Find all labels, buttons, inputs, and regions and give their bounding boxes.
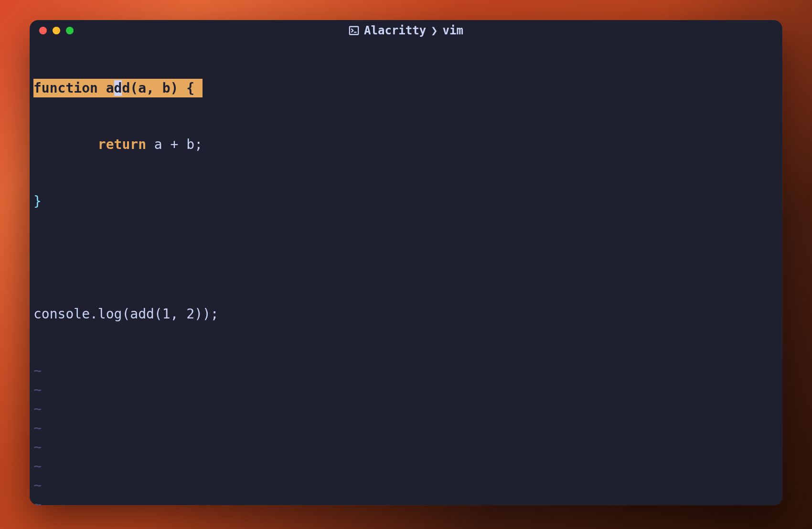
- visual-selection: function add(a, b) {: [33, 79, 203, 97]
- window-title: Alacritty ❯ vim: [38, 24, 774, 37]
- svg-rect-0: [350, 27, 358, 35]
- empty-line-tilde: ~: [33, 456, 779, 476]
- empty-line-tilde: ~: [33, 380, 779, 399]
- terminal-icon: [349, 25, 359, 36]
- empty-line-tilde: ~: [33, 495, 779, 505]
- close-button[interactable]: [39, 27, 47, 34]
- empty-line-tilde: ~: [33, 361, 779, 380]
- code-line-1: function add(a, b) {: [33, 78, 779, 97]
- process-name: vim: [443, 24, 463, 37]
- breadcrumb-separator: ❯: [431, 24, 438, 37]
- empty-line-tilde: ~: [33, 418, 779, 437]
- code-line-3: }: [33, 191, 779, 211]
- empty-line-tilde: ~: [33, 399, 779, 418]
- editor-content[interactable]: function add(a, b) { return a + b; } con…: [30, 41, 782, 505]
- code-line-4: [33, 248, 779, 267]
- cursor: d: [114, 80, 122, 96]
- keyword-return: return: [98, 135, 146, 154]
- window-controls: [39, 27, 74, 34]
- minimize-button[interactable]: [53, 27, 60, 34]
- terminal-window: Alacritty ❯ vim function add(a, b) { ret…: [30, 20, 782, 505]
- maximize-button[interactable]: [66, 27, 74, 34]
- empty-line-tilde: ~: [33, 476, 779, 495]
- titlebar: Alacritty ❯ vim: [30, 20, 782, 41]
- code-line-2: return a + b;: [33, 135, 779, 154]
- empty-line-tilde: ~: [33, 437, 779, 456]
- code-line-5: console.log(add(1, 2));: [33, 305, 779, 324]
- app-name: Alacritty: [364, 24, 426, 37]
